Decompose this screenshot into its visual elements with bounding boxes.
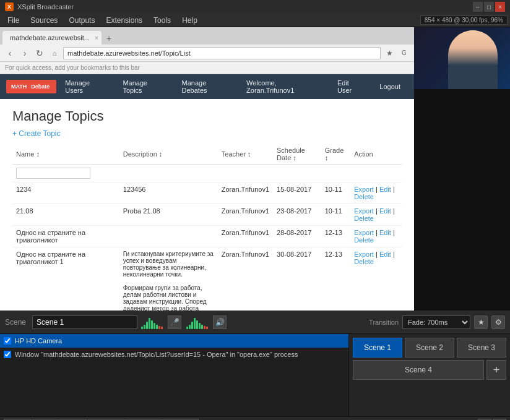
edit-link[interactable]: Edit xyxy=(379,207,391,215)
nav-logout[interactable]: Logout xyxy=(372,74,408,99)
transition-settings-button[interactable]: ⚙ xyxy=(491,315,505,329)
camera-person-body xyxy=(448,30,498,89)
close-button[interactable]: × xyxy=(495,2,505,12)
web-logo: MATH Debate xyxy=(6,80,56,93)
menu-extensions[interactable]: Extensions xyxy=(101,15,147,26)
bookmark-hint: For quick access, add your bookmarks to … xyxy=(5,64,140,71)
speaker-mute-button[interactable]: 🔊 xyxy=(213,315,227,329)
transition-star-button[interactable]: ★ xyxy=(474,315,488,329)
scene-name-input[interactable] xyxy=(32,315,137,329)
audio-bar-group-right xyxy=(186,315,208,329)
col-name[interactable]: Name ↕ xyxy=(12,144,119,165)
nav-edit-user[interactable]: Edit User xyxy=(330,74,371,99)
nav-manage-debates[interactable]: Manage Debates xyxy=(175,74,238,99)
cell-schedule: 23-08-2017 xyxy=(273,204,321,226)
menu-tools[interactable]: Tools xyxy=(149,15,176,26)
bookmark-button[interactable]: ★ xyxy=(383,47,395,59)
browser-chrome: mathdebate.azurewebsit... × + ‹ › ↻ ⌂ ★ … xyxy=(0,27,414,74)
browser-tab-text: mathdebate.azurewebsit... xyxy=(10,34,90,41)
col-teacher[interactable]: Teacher ↕ xyxy=(218,144,273,165)
col-schedule[interactable]: Schedule Date ↕ xyxy=(273,144,321,165)
menu-bar: File Sources Outputs Extensions Tools He… xyxy=(0,14,510,27)
col-grade[interactable]: Grade ↕ xyxy=(321,144,350,165)
scene-2-button[interactable]: Scene 2 xyxy=(405,338,454,358)
bookmark-bar: For quick access, add your bookmarks to … xyxy=(0,62,414,74)
cell-teacher: Zoran.Trifunov1 xyxy=(218,204,273,226)
cell-schedule: 28-08-2017 xyxy=(273,226,321,247)
logo-debate: Debate xyxy=(29,82,51,91)
edit-link[interactable]: Edit xyxy=(379,251,391,258)
browser-area: mathdebate.azurewebsit... × + ‹ › ↻ ⌂ ★ … xyxy=(0,27,414,311)
delete-link[interactable]: Delete xyxy=(354,215,374,222)
menu-sources[interactable]: Sources xyxy=(25,15,63,26)
back-button[interactable]: ‹ xyxy=(4,47,16,59)
cell-grade: 10-11 xyxy=(321,204,350,226)
delete-link[interactable]: Delete xyxy=(354,193,374,200)
web-main: Manage Topics + Create Topic Name ↕ Desc… xyxy=(0,99,414,311)
nav-welcome: Welcome, Zoran.Trifunov1 xyxy=(239,79,329,94)
source-checkbox[interactable] xyxy=(4,337,11,345)
transition-label: Transition xyxy=(369,319,399,326)
cell-actions: Export | Edit | Delete xyxy=(350,204,402,226)
audio-bar xyxy=(141,327,143,329)
audio-bar xyxy=(196,320,198,329)
scene-4-button[interactable]: Scene 4 xyxy=(353,360,484,380)
scene-add-button[interactable]: + xyxy=(486,360,506,380)
nav-manage-topics[interactable]: Manage Topics xyxy=(115,74,173,99)
webpage: MATH Debate Manage Users Manage Topics M… xyxy=(0,74,414,311)
name-search-input[interactable] xyxy=(16,168,90,179)
audio-bar-group-left xyxy=(141,315,163,329)
home-button[interactable]: ⌂ xyxy=(48,47,61,59)
delete-link[interactable]: Delete xyxy=(354,236,374,244)
scene-label: Scene xyxy=(5,318,26,327)
scene-3-button[interactable]: Scene 3 xyxy=(457,338,506,358)
audio-bar xyxy=(201,325,203,329)
forward-button[interactable]: › xyxy=(19,47,31,59)
table-row: 21.08 Proba 21.08 Zoran.Trifunov1 23-08-… xyxy=(12,204,402,226)
audio-bar xyxy=(204,326,205,329)
minimize-button[interactable]: − xyxy=(473,2,483,12)
export-link[interactable]: Export xyxy=(354,251,374,258)
menu-help[interactable]: Help xyxy=(177,15,202,26)
cell-actions: Export | Edit | Delete xyxy=(350,182,402,204)
transition-section: Transition Fade: 700ms ★ ⚙ xyxy=(369,315,505,329)
export-link[interactable]: Export xyxy=(354,207,374,215)
scene-1-button[interactable]: Scene 1 xyxy=(353,338,402,358)
cell-teacher: Zoran.Trifunov1 xyxy=(218,182,273,204)
refresh-button[interactable]: ↻ xyxy=(33,47,46,59)
cell-name: Однос на страните на триаголникот 1 xyxy=(12,247,119,311)
source-item[interactable]: HP HD Camera xyxy=(0,334,348,348)
cell-actions: Export | Edit | Delete xyxy=(350,247,402,311)
microphone-mute-button[interactable]: 🎤 xyxy=(168,315,181,329)
window-controls[interactable]: − □ × xyxy=(473,2,505,12)
col-description[interactable]: Description ↕ xyxy=(119,144,218,165)
nav-manage-users[interactable]: Manage Users xyxy=(58,74,114,99)
transition-select[interactable]: Fade: 700ms xyxy=(402,315,470,329)
url-input[interactable] xyxy=(63,47,381,59)
export-link[interactable]: Export xyxy=(354,186,374,193)
scene-buttons-panel: Scene 1 Scene 2 Scene 3 Scene 4 + xyxy=(349,334,510,416)
new-tab-button[interactable]: + xyxy=(103,32,115,45)
sources-toolbar: Add ▼ Copy Paste Remove Rename Settings … xyxy=(0,416,510,420)
maximize-button[interactable]: □ xyxy=(484,2,494,12)
menu-outputs[interactable]: Outputs xyxy=(64,15,100,26)
table-row: Однос на страните на триаголникот 1 Ги и… xyxy=(12,247,402,311)
audio-bar xyxy=(149,318,150,329)
web-navbar: MATH Debate Manage Users Manage Topics M… xyxy=(0,74,414,99)
edit-link[interactable]: Edit xyxy=(379,229,391,236)
tab-close-icon[interactable]: × xyxy=(95,35,98,41)
audio-bar xyxy=(191,322,193,329)
audio-bar xyxy=(186,327,188,329)
camera-feed xyxy=(414,27,510,89)
audio-bar xyxy=(206,327,208,329)
menu-file[interactable]: File xyxy=(2,15,24,26)
export-link[interactable]: Export xyxy=(354,229,374,236)
browser-tab[interactable]: mathdebate.azurewebsit... × xyxy=(2,31,102,45)
create-topic-link[interactable]: + Create Topic xyxy=(12,129,61,138)
opera-menu-button[interactable]: G xyxy=(398,47,410,59)
edit-link[interactable]: Edit xyxy=(379,186,391,193)
delete-link[interactable]: Delete xyxy=(354,258,374,265)
source-checkbox[interactable] xyxy=(4,351,11,358)
source-item[interactable]: Window "mathdebate.azurewebsites.net/Top… xyxy=(0,348,348,361)
cell-description: Proba 21.08 xyxy=(119,204,218,226)
